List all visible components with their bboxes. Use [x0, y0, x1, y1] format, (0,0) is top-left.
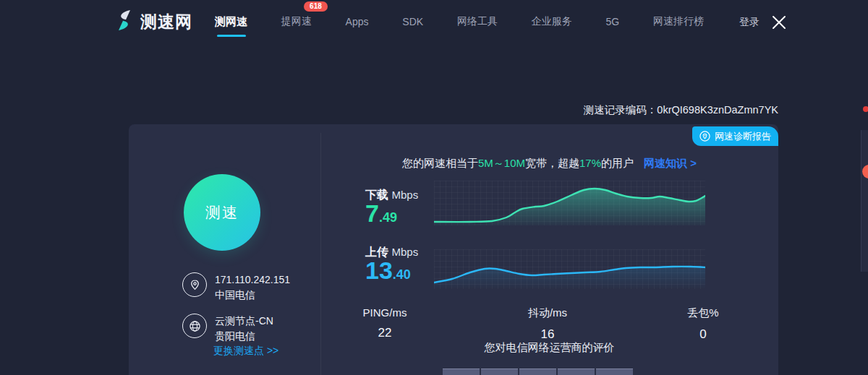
- nav-item-speedtest[interactable]: 测网速: [213, 12, 249, 32]
- speedtest-result-page: { "navbar": { "logo_text": "测速网", "items…: [0, 0, 868, 375]
- download-value-int: 7: [365, 199, 379, 227]
- nav-item-label: Apps: [346, 16, 369, 27]
- nav-item-label: 企业服务: [532, 15, 572, 27]
- rating-box-3[interactable]: [519, 368, 556, 375]
- nav-item-label: 测网速: [215, 15, 247, 27]
- nav-item-label: 网速排行榜: [653, 15, 704, 27]
- change-node-link[interactable]: 更换测速点 >>: [213, 345, 278, 358]
- summary-percent: 17%: [579, 157, 601, 169]
- nav-item-label: 网络工具: [457, 15, 498, 27]
- start-test-label: 测速: [205, 202, 239, 223]
- stat-packet-loss-value: 0: [656, 327, 750, 342]
- side-widget-sliver: [861, 130, 868, 272]
- nav-item-label: 5G: [606, 16, 620, 27]
- diagnose-icon: [699, 131, 710, 142]
- upload-value-dec: .40: [393, 267, 411, 282]
- nav-item-apps[interactable]: Apps: [344, 13, 370, 30]
- upload-value: 13.40: [365, 257, 411, 285]
- rating-title: 您对电信网络运营商的评价: [320, 341, 778, 355]
- summary-middle: 宽带，超越: [525, 157, 579, 169]
- nav-item-boost[interactable]: 提网速 618: [280, 12, 313, 31]
- summary-bandwidth-range: 5M～10M: [478, 157, 525, 169]
- node-isp: 贵阳电信: [215, 329, 273, 344]
- active-tab-underline: [217, 35, 246, 37]
- client-isp: 中国电信: [215, 288, 290, 303]
- login-link[interactable]: 登录: [739, 16, 760, 29]
- notification-dot[interactable]: [863, 106, 868, 112]
- logo-bolt-icon: [114, 9, 135, 34]
- promo-badge: 618: [304, 1, 328, 12]
- record-code-label: 测速记录编码：: [584, 104, 658, 116]
- nav-item-network-tools[interactable]: 网络工具: [456, 12, 499, 31]
- stat-packet-loss-label: 丢包%: [656, 306, 750, 320]
- logo-text: 测速网: [140, 11, 192, 33]
- close-icon[interactable]: [771, 14, 787, 30]
- rating-box-5[interactable]: [596, 368, 633, 375]
- record-code-value: 0krQI698K3znDaZmn7YK: [657, 104, 778, 116]
- location-pin-icon: [182, 272, 207, 297]
- diagnose-button-label: 网速诊断报告: [715, 130, 771, 143]
- client-ip: 171.110.242.151: [215, 272, 290, 288]
- summary-prefix: 您的网速相当于: [402, 157, 478, 169]
- download-value: 7.49: [365, 199, 397, 228]
- nav-item-5g[interactable]: 5G: [605, 13, 621, 30]
- summary-suffix: 的用户: [601, 157, 634, 169]
- stat-jitter-label: 抖动/ms: [501, 306, 595, 320]
- stat-jitter: 抖动/ms 16: [501, 306, 595, 342]
- nav-item-sdk[interactable]: SDK: [401, 13, 425, 30]
- navbar: 测速网 测网速 提网速 618 Apps SDK 网络工具 企业服务 5G 网速…: [0, 0, 868, 43]
- download-value-dec: .49: [379, 210, 397, 225]
- nav-item-label: 提网速: [281, 15, 312, 27]
- rating-row: [443, 368, 633, 375]
- start-test-button[interactable]: 测速: [184, 174, 260, 251]
- upload-value-int: 13: [365, 257, 393, 284]
- globe-icon: [182, 314, 207, 338]
- result-panel: 网速诊断报告 测速 171.110.242.151 中国电信 云测节点-CN 贵: [129, 124, 778, 375]
- stat-ping-value: 22: [338, 326, 432, 340]
- stat-ping-label: PING/ms: [338, 306, 432, 319]
- stat-jitter-value: 16: [501, 327, 595, 342]
- speed-summary: 您的网速相当于5M～10M宽带，超越17%的用户网速知识 >: [320, 157, 778, 171]
- nav-item-label: SDK: [402, 16, 423, 27]
- stat-packet-loss: 丢包% 0: [656, 306, 750, 342]
- diagnose-report-button[interactable]: 网速诊断报告: [692, 126, 778, 146]
- site-logo[interactable]: 测速网: [114, 9, 192, 34]
- record-code-line: 测速记录编码：0krQI698K3znDaZmn7YK: [584, 103, 778, 117]
- stat-ping: PING/ms 22: [338, 306, 432, 340]
- rating-box-2[interactable]: [481, 368, 518, 375]
- node-info-item: 云测节点-CN 贵阳电信: [182, 314, 273, 344]
- download-chart: [434, 181, 705, 225]
- rating-box-4[interactable]: [558, 368, 595, 375]
- nav-item-enterprise[interactable]: 企业服务: [530, 12, 574, 31]
- speed-knowledge-link[interactable]: 网速知识 >: [644, 157, 697, 169]
- node-name: 云测节点-CN: [215, 314, 273, 329]
- upload-chart: [434, 249, 705, 289]
- ip-info-item: 171.110.242.151 中国电信: [182, 272, 290, 303]
- nav-item-ranking[interactable]: 网速排行榜: [652, 12, 705, 31]
- rating-box-1[interactable]: [443, 368, 480, 375]
- nav-list: 测网速 提网速 618 Apps SDK 网络工具 企业服务 5G 网速排行榜: [213, 0, 705, 43]
